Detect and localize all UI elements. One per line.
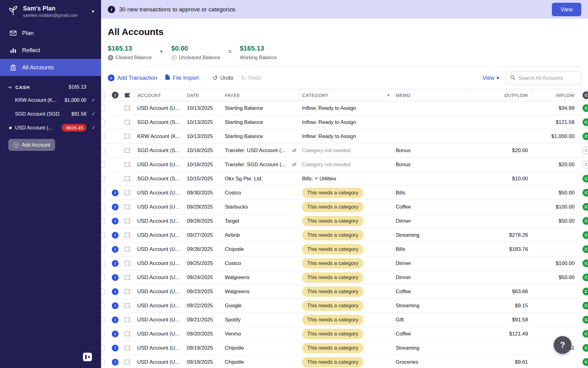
row-checkbox[interactable] [101, 218, 105, 224]
row-checkbox[interactable] [101, 190, 105, 196]
cleared-toggle-icon[interactable]: C [582, 245, 588, 253]
cleared-toggle-icon[interactable]: C [582, 132, 588, 140]
search-box[interactable] [506, 71, 581, 84]
transaction-row[interactable]: i USD Account (U... 09/22/2025 Google ⇄ … [101, 299, 588, 313]
transaction-row[interactable]: i SGD Account (S... 10/16/2025 Transfer:… [101, 144, 588, 158]
flag-icon[interactable] [121, 345, 135, 351]
row-checkbox[interactable] [101, 105, 105, 111]
needs-approval-info-icon[interactable]: i [112, 331, 119, 337]
transaction-row[interactable]: i USD Account (U... 09/23/2025 Walgreens… [101, 285, 588, 299]
flag-icon[interactable] [121, 247, 135, 252]
view-dropdown[interactable]: View ▾ [482, 75, 499, 81]
flag-icon[interactable] [121, 261, 135, 266]
needs-approval-info-icon[interactable]: i [112, 246, 119, 253]
transaction-row[interactable]: i USD Account (U... 09/20/2025 Venmo ⇄ T… [101, 327, 588, 341]
sidebar-item-all-accounts[interactable]: All Accounts [0, 59, 101, 76]
transaction-row[interactable]: i SGD Account (S... 10/13/2025 Starting … [101, 115, 588, 129]
transaction-row[interactable]: i USD Account (U... 09/24/2025 Walgreens… [101, 270, 588, 285]
cleared-toggle-icon[interactable]: C [582, 274, 588, 281]
add-transaction-button[interactable]: + Add Transaction [108, 75, 157, 81]
cleared-column-icon[interactable]: C [582, 91, 588, 99]
row-checkbox[interactable] [101, 274, 105, 281]
row-checkbox[interactable] [101, 148, 105, 154]
cleared-toggle-icon[interactable]: C [582, 288, 588, 295]
transaction-row[interactable]: i USD Account (U... 09/29/2025 Starbucks… [101, 200, 588, 214]
flag-icon[interactable] [121, 303, 135, 308]
flag-icon[interactable] [121, 359, 135, 365]
cleared-toggle-icon[interactable]: C [582, 330, 588, 338]
column-header-inflow[interactable]: INFLOW [531, 89, 578, 101]
cleared-toggle-icon[interactable]: C [582, 118, 588, 126]
needs-approval-info-icon[interactable]: i [112, 274, 119, 281]
needs-approval-info-icon[interactable]: i [112, 345, 119, 351]
flag-icon[interactable] [121, 331, 135, 336]
column-header-payee[interactable]: PAYEE [222, 89, 300, 101]
collapse-sidebar-button[interactable] [83, 353, 92, 361]
row-checkbox[interactable] [101, 246, 105, 252]
column-header-memo[interactable]: MEMO [393, 89, 469, 101]
flag-icon[interactable] [121, 162, 135, 167]
transaction-row[interactable]: i USD Account (U... 09/27/2025 Airbnb ⇄ … [101, 228, 588, 242]
select-all-checkbox[interactable] [101, 92, 105, 98]
plan-switcher[interactable]: Sam's Plan samlee.mobbin@gmail.com ▼ [0, 0, 101, 22]
transaction-row[interactable]: i USD Account (U... 09/26/2025 Chipotle … [101, 242, 588, 256]
needs-approval-info-icon[interactable]: i [112, 204, 119, 210]
needs-approval-info-icon[interactable]: i [112, 316, 119, 323]
transaction-row[interactable]: i USD Account (U... 09/28/2025 Target ⇄ … [101, 214, 588, 228]
needs-approval-info-icon[interactable]: i [112, 359, 119, 366]
row-checkbox[interactable] [101, 162, 105, 168]
redo-button[interactable]: ↻ Redo [241, 75, 262, 81]
needs-approval-info-icon[interactable]: i [112, 288, 119, 295]
flag-icon[interactable] [121, 120, 135, 125]
cleared-toggle-icon[interactable]: C [582, 259, 588, 267]
cleared-toggle-icon[interactable]: C [582, 231, 588, 239]
transaction-row[interactable]: i KRW Account (K... 10/13/2025 Starting … [101, 129, 588, 144]
needs-approval-info-icon[interactable]: i [112, 190, 119, 196]
row-checkbox[interactable] [101, 204, 105, 210]
cleared-toggle-icon[interactable]: C [582, 175, 588, 182]
cleared-toggle-icon[interactable]: C [582, 161, 588, 168]
cleared-toggle-icon[interactable]: C [582, 316, 588, 324]
transaction-row[interactable]: i USD Account (U... 09/19/2025 Chipotle … [101, 341, 588, 355]
column-header-category[interactable]: CATEGORY ▾ [300, 89, 393, 101]
column-header-date[interactable]: DATE [184, 89, 222, 101]
flag-icon[interactable] [121, 190, 135, 195]
transaction-row[interactable]: i USD Account (U... 10/13/2025 Starting … [101, 101, 588, 115]
transaction-row[interactable]: i USD Account (U... 09/25/2025 Costco ⇄ … [101, 256, 588, 270]
row-checkbox[interactable] [101, 317, 105, 323]
transaction-row[interactable]: i USD Account (U... 09/18/2025 Chipotle … [101, 355, 588, 368]
undo-button[interactable]: ↺ Undo [213, 75, 233, 81]
row-checkbox[interactable] [101, 331, 105, 337]
cleared-toggle-icon[interactable]: C [582, 217, 588, 225]
cash-section-header[interactable]: CASH $165.13 [0, 81, 101, 93]
chevron-down-icon[interactable]: ▼ [91, 9, 95, 14]
flag-icon[interactable] [121, 289, 135, 294]
flag-icon[interactable] [121, 317, 135, 322]
sidebar-account-usd[interactable]: USD Account (... -$926.45 ✓ [0, 121, 101, 135]
sidebar-item-plan[interactable]: Plan [0, 25, 101, 42]
flag-icon[interactable] [121, 148, 135, 153]
transaction-row[interactable]: i SGD Account (S... 10/15/2025 Okx Sg Pt… [101, 172, 588, 186]
sidebar-item-reflect[interactable]: Reflect [0, 42, 101, 59]
flag-icon[interactable] [121, 232, 135, 238]
needs-approval-info-icon[interactable]: i [112, 218, 119, 224]
row-checkbox[interactable] [101, 260, 105, 266]
row-checkbox[interactable] [101, 232, 105, 238]
row-checkbox[interactable] [101, 359, 105, 365]
row-checkbox[interactable] [101, 119, 105, 125]
row-checkbox[interactable] [101, 176, 105, 182]
view-transactions-button[interactable]: View [552, 3, 581, 16]
row-checkbox[interactable] [101, 133, 105, 140]
cleared-toggle-icon[interactable]: C [582, 344, 588, 352]
cleared-toggle-icon[interactable]: C [582, 189, 588, 197]
cleared-toggle-icon[interactable]: C [582, 147, 588, 154]
transaction-row[interactable]: i USD Account (U... 10/16/2025 Transfer:… [101, 158, 588, 172]
help-button[interactable]: ? [554, 336, 571, 354]
cleared-toggle-icon[interactable]: C [582, 358, 588, 366]
needs-approval-info-icon[interactable]: i [112, 302, 119, 309]
add-account-button[interactable]: + Add Account [8, 139, 55, 151]
row-checkbox[interactable] [101, 303, 105, 309]
flag-icon[interactable] [121, 275, 135, 280]
file-import-button[interactable]: File Import [165, 74, 199, 82]
column-header-outflow[interactable]: OUTFLOW [469, 89, 531, 101]
